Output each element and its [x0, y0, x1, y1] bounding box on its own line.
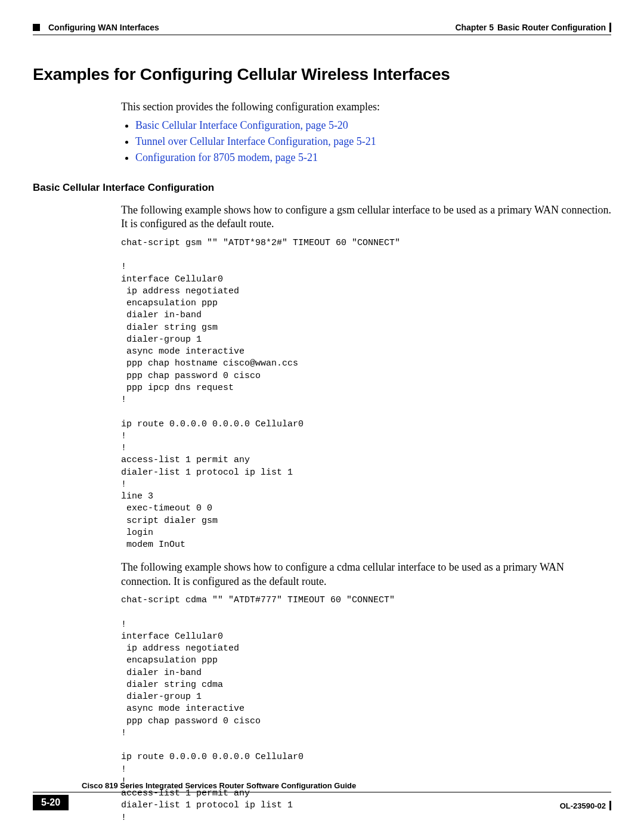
header-chapter: Chapter 5	[455, 23, 494, 32]
body-paragraph: The following example shows how to confi…	[121, 561, 611, 589]
toc-link-label: Tunnel over Cellular Interface Configura…	[135, 135, 376, 147]
page-number-badge: 5-20	[33, 795, 69, 810]
header-title: Basic Router Configuration	[497, 23, 606, 32]
header-divider	[33, 35, 611, 35]
body-paragraph: The following example shows how to confi…	[121, 203, 611, 231]
header-bar-icon	[609, 23, 611, 32]
section-heading: Examples for Configuring Cellular Wirele…	[33, 65, 611, 84]
footer-doc-id: OL-23590-02	[560, 801, 606, 810]
footer-guide-title: Cisco 819 Series Integrated Services Rou…	[82, 781, 356, 790]
toc-link[interactable]: Configuration for 8705 modem, page 5-21	[135, 151, 611, 164]
toc-link-label: Configuration for 8705 modem, page 5-21	[135, 151, 318, 163]
header-marker-icon	[33, 24, 40, 31]
toc-link[interactable]: Tunnel over Cellular Interface Configura…	[135, 135, 611, 148]
toc-link-list: Basic Cellular Interface Configuration, …	[135, 119, 611, 164]
subsection-heading: Basic Cellular Interface Configuration	[33, 182, 611, 194]
intro-text: This section provides the following conf…	[121, 101, 611, 113]
page-header: Configuring WAN Interfaces Chapter 5 Bas…	[33, 23, 611, 32]
footer-bar-icon	[609, 801, 611, 810]
toc-link-label: Basic Cellular Interface Configuration, …	[135, 119, 348, 131]
toc-link[interactable]: Basic Cellular Interface Configuration, …	[135, 119, 611, 132]
page-footer: Cisco 819 Series Integrated Services Rou…	[33, 792, 611, 810]
code-block-gsm: chat-script gsm "" "ATDT*98*2#" TIMEOUT …	[121, 237, 611, 552]
header-section-left: Configuring WAN Interfaces	[48, 23, 159, 32]
